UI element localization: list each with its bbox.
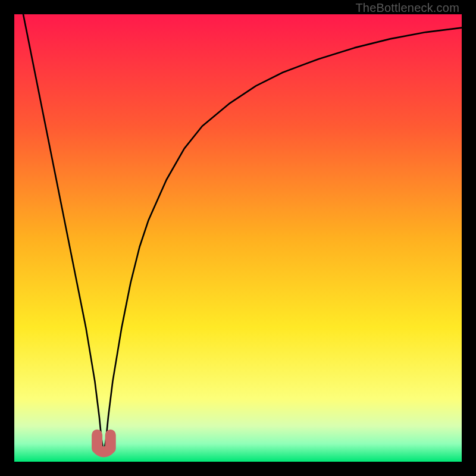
curve-layer [14,14,462,462]
valley-marker-icon [97,435,111,452]
watermark-text: TheBottleneck.com [355,1,459,15]
plot-area [14,14,462,462]
bottleneck-curve [23,14,462,453]
chart-frame: TheBottleneck.com [0,0,476,476]
